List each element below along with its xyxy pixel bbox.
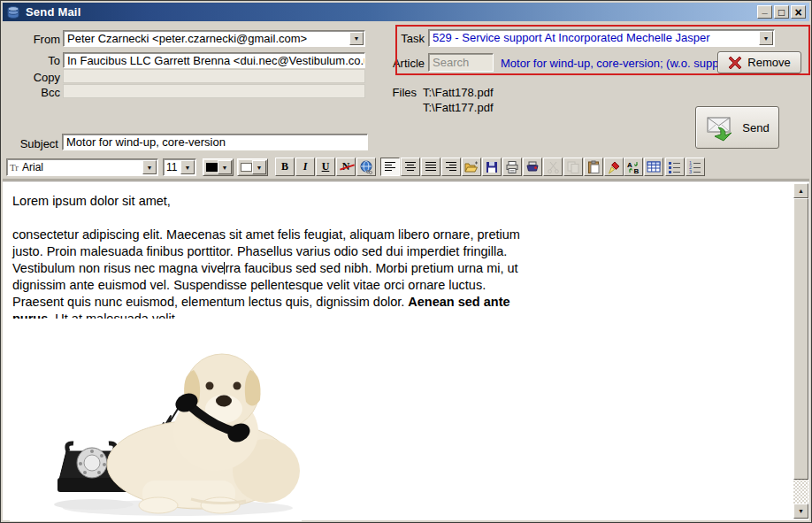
editor-scrollbar[interactable]: ▲ ▼ [793, 183, 808, 519]
files-label: Files [378, 86, 417, 99]
italic-button[interactable]: I [295, 158, 315, 176]
print-setup-button[interactable] [523, 158, 542, 176]
article-search-input[interactable] [428, 53, 494, 72]
text-color-picker[interactable]: ▼ [203, 158, 234, 176]
window-title: Send Mail [26, 5, 80, 19]
scroll-up-button[interactable]: ▲ [793, 183, 808, 198]
dog-with-telephone-image[interactable] [10, 319, 302, 521]
to-value: In Faucibus LLC Garrett Brenna <dui.nec@… [67, 54, 365, 67]
article-label: Article [378, 57, 425, 70]
scrollbar-thumb[interactable] [793, 198, 808, 480]
chevron-down-icon: ▼ [185, 165, 191, 171]
underline-button[interactable]: U [316, 158, 335, 176]
remove-button[interactable]: Remove [717, 51, 801, 73]
bullet-list-button[interactable] [665, 158, 685, 176]
italic-icon: I [303, 160, 308, 173]
window-controls: _ □ × [757, 5, 806, 19]
align-right-button[interactable] [441, 158, 461, 176]
font-dropdown-button[interactable]: ▼ [142, 160, 157, 174]
chevron-down-icon: ▼ [354, 35, 360, 42]
copy-button [563, 158, 583, 176]
maximize-icon: □ [778, 7, 785, 18]
to-label: To [0, 54, 60, 67]
bold-icon: B [281, 160, 288, 173]
underline-icon: U [322, 160, 330, 173]
font-family-combobox[interactable]: Tr Arial ▼ [6, 158, 158, 176]
font-size-value: 11 [166, 161, 177, 173]
file-attachment[interactable]: T:\Fatt177.pdf [423, 101, 494, 114]
bcc-label: Bcc [0, 86, 60, 99]
file-attachment[interactable]: T:\Fatt178.pdf [423, 86, 494, 99]
subject-label: Subject [0, 137, 58, 150]
font-family-value: Arial [22, 161, 43, 173]
paragraph: Lorem ipsum dolor sit amet, [12, 193, 524, 210]
chevron-down-icon: ▼ [222, 165, 228, 171]
task-combobox[interactable]: 529 - Service support At Incorporated Me… [428, 29, 775, 47]
print-button[interactable] [502, 158, 522, 176]
hyperlink-button[interactable] [356, 158, 376, 176]
size-dropdown-button[interactable]: ▼ [180, 160, 195, 174]
scroll-up-icon: ▲ [798, 188, 804, 194]
task-label: Task [378, 32, 425, 45]
table-icon [647, 160, 661, 173]
bcc-input[interactable] [63, 84, 365, 98]
copy-label: Copy [0, 71, 60, 84]
from-label: From [0, 33, 60, 46]
maximize-button[interactable]: □ [774, 5, 789, 19]
align-center-button[interactable] [401, 158, 420, 176]
format-painter-button[interactable] [604, 158, 624, 176]
chevron-down-icon: ▼ [147, 165, 153, 171]
printer-icon [505, 160, 519, 174]
open-folder-icon [464, 160, 479, 174]
cut-button [543, 158, 563, 176]
color-dropdown-button[interactable]: ▼ [218, 160, 232, 174]
subject-value: Motor for wind-up, core-version [66, 135, 226, 149]
remove-label: Remove [747, 56, 790, 69]
task-value: 529 - Service support At Incorporated Me… [433, 31, 710, 44]
insert-table-button[interactable] [644, 158, 663, 176]
replace-button[interactable]: A B [624, 158, 643, 176]
strikethrough-icon: N [342, 160, 350, 173]
copy-pages-icon [566, 160, 580, 174]
copy-input[interactable] [63, 69, 365, 83]
chevron-down-icon: ▼ [257, 165, 263, 171]
bgcolor-dropdown-button[interactable]: ▼ [252, 160, 266, 174]
paragraph-gap [12, 210, 524, 227]
bullet-list-icon [668, 160, 682, 174]
titlebar[interactable]: Send Mail _ □ × [3, 3, 809, 21]
to-input[interactable]: In Faucibus LLC Garrett Brenna <dui.nec@… [63, 52, 365, 68]
bold-button[interactable]: B [275, 158, 295, 176]
svg-text:A: A [627, 161, 632, 169]
from-value: Peter Czarnecki <peter.czarnecki@gmail.c… [67, 32, 307, 45]
subject-input[interactable]: Motor for wind-up, core-version [62, 134, 368, 150]
task-dropdown-button[interactable]: ▼ [759, 31, 773, 45]
from-combobox[interactable]: Peter Czarnecki <peter.czarnecki@gmail.c… [63, 30, 365, 47]
replace-ab-icon: A B [626, 160, 640, 174]
format-toolbar: Tr Arial ▼ 11 ▼ ▼ ▼ B I U N [3, 156, 809, 180]
align-left-button[interactable] [380, 158, 400, 176]
send-button[interactable]: Send [695, 106, 779, 149]
highlight-color-picker[interactable]: ▼ [237, 158, 268, 176]
scroll-down-button[interactable]: ▼ [793, 504, 808, 519]
paste-button[interactable] [584, 158, 603, 176]
minimize-button[interactable]: _ [757, 5, 772, 19]
truetype-icon: Tr [10, 162, 19, 173]
highlighter-icon [607, 160, 621, 174]
message-text: Lorem ipsum dolor sit amet, consectetur … [12, 193, 524, 327]
open-file-button[interactable] [462, 158, 481, 176]
send-mail-window: Send Mail _ □ × From Peter Czarnecki <pe… [0, 0, 812, 523]
globe-link-icon [359, 160, 373, 174]
numbered-list-button[interactable]: 123 [686, 158, 705, 176]
strikethrough-button[interactable]: N [336, 158, 356, 176]
from-dropdown-button[interactable]: ▼ [349, 32, 364, 45]
message-body-editor[interactable]: Lorem ipsum dolor sit amet, consectetur … [3, 181, 809, 520]
align-justify-icon [425, 161, 437, 173]
app-icon[interactable] [6, 5, 20, 19]
align-center-icon [404, 161, 417, 173]
font-size-combobox[interactable]: 11 ▼ [163, 158, 196, 176]
save-button[interactable] [482, 158, 502, 176]
close-button[interactable]: × [791, 5, 806, 19]
scissors-icon [547, 160, 560, 174]
print-setup-icon [525, 160, 540, 174]
align-justify-button[interactable] [421, 158, 440, 176]
